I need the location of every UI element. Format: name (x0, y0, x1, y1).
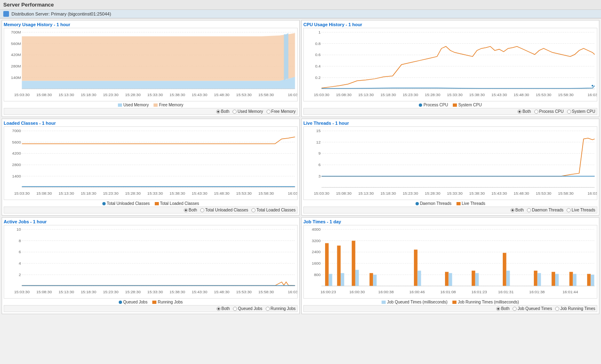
svg-text:0.2: 0.2 (315, 76, 321, 80)
classes-radio-both-circle[interactable] (184, 208, 188, 212)
svg-text:0.4: 0.4 (315, 64, 321, 68)
svg-text:15:43:30: 15:43:30 (491, 192, 507, 196)
legend-daemon-threads: Daemon Threads (416, 201, 452, 206)
activejobs-radio-running[interactable]: Running Jobs (266, 306, 296, 311)
jobtimes-radio-running-circle[interactable] (555, 307, 559, 311)
activejobs-radio-both[interactable]: Both (217, 306, 230, 311)
svg-text:15:03:30: 15:03:30 (14, 290, 29, 294)
legend-loaded-classes: Total Loaded Classes (155, 201, 199, 206)
radio-free-circle[interactable] (267, 110, 271, 114)
memory-radio-both[interactable]: Both (216, 109, 230, 114)
svg-text:15:18:30: 15:18:30 (81, 192, 96, 196)
memory-radio-used[interactable]: Used Memory (233, 109, 263, 114)
svg-text:15:23:30: 15:23:30 (402, 93, 418, 97)
jobtimes-legend: Job Queued Times (milliseconds) Job Runn… (303, 300, 597, 304)
activejobs-radio-queued-circle[interactable] (233, 307, 237, 311)
activejobs-panel: Active Jobs - 1 hour 10 8 6 4 2 15:0 (2, 217, 300, 314)
threads-radio-live-circle[interactable] (567, 208, 571, 212)
threads-legend: Daemon Threads Live Threads (303, 201, 597, 206)
jobtimes-radio-queued[interactable]: Job Queued Times (513, 306, 552, 311)
svg-text:3200: 3200 (312, 239, 321, 243)
svg-text:16:03: 16:03 (587, 192, 597, 196)
svg-text:15:28:30: 15:28:30 (125, 93, 141, 97)
svg-text:15:48:30: 15:48:30 (214, 192, 230, 196)
radio-used-circle[interactable] (233, 110, 237, 114)
legend-process-cpu: Process CPU (419, 103, 448, 107)
activejobs-radio-running-circle[interactable] (266, 307, 270, 311)
legend-job-running-times: Job Running Times (milliseconds) (452, 300, 519, 304)
svg-text:15:58:30: 15:58:30 (558, 93, 574, 97)
daemon-threads-color (416, 202, 419, 205)
classes-radio-unloaded-circle[interactable] (200, 208, 204, 212)
svg-text:15:53:30: 15:53:30 (236, 290, 252, 294)
cpu-radio-both[interactable]: Both (517, 109, 531, 114)
cpu-radio-process[interactable]: Process CPU (534, 109, 564, 114)
job-running-times-color (452, 301, 456, 304)
svg-rect-153 (475, 273, 479, 286)
classes-radio-loaded[interactable]: Total Loaded Classes (251, 208, 296, 212)
jobtimes-radio-bar: Both Job Queued Times Job Running Times (303, 305, 597, 312)
svg-text:15:48:30: 15:48:30 (514, 93, 529, 97)
memory-panel: Memory Usage History - 1 hour 700M 560M … (2, 20, 300, 117)
svg-text:4200: 4200 (12, 152, 21, 156)
cpu-radio-system-circle[interactable] (567, 110, 571, 114)
threads-radio-daemon-circle[interactable] (527, 208, 531, 212)
svg-text:15:43:30: 15:43:30 (491, 93, 507, 97)
svg-text:6: 6 (19, 250, 21, 254)
svg-rect-152 (472, 271, 475, 286)
svg-text:15:13:30: 15:13:30 (358, 192, 374, 196)
svg-rect-147 (373, 275, 377, 286)
svg-text:15:53:30: 15:53:30 (536, 192, 551, 196)
radio-both-circle[interactable] (216, 110, 220, 114)
threads-radio-both[interactable]: Both (511, 208, 524, 212)
jobtimes-title: Job Times - 1 day (303, 219, 597, 224)
threads-radio-both-circle[interactable] (511, 208, 515, 212)
cpu-radio-both-circle[interactable] (517, 110, 522, 114)
threads-radio-daemon[interactable]: Daemon Threads (527, 208, 563, 212)
svg-rect-154 (503, 253, 506, 286)
svg-text:15:48:30: 15:48:30 (214, 93, 230, 97)
svg-text:15:48:30: 15:48:30 (514, 192, 529, 196)
svg-rect-149 (418, 271, 421, 286)
svg-text:15:08:30: 15:08:30 (336, 93, 352, 97)
activejobs-radio-both-circle[interactable] (217, 307, 221, 311)
process-cpu-color (419, 103, 422, 107)
svg-text:15:23:30: 15:23:30 (402, 192, 418, 196)
legend-used-memory: Used Memory (118, 103, 149, 107)
svg-rect-157 (538, 273, 541, 286)
system-cpu-color (453, 103, 457, 107)
svg-rect-141 (329, 274, 332, 286)
memory-radio-free[interactable]: Free Memory (267, 109, 296, 114)
svg-text:15:03:30: 15:03:30 (14, 93, 29, 97)
svg-rect-150 (445, 272, 449, 286)
svg-text:140M: 140M (11, 76, 21, 80)
cpu-radio-process-circle[interactable] (534, 110, 538, 114)
svg-text:15:43:30: 15:43:30 (192, 192, 207, 196)
legend-free-memory: Free Memory (154, 103, 183, 107)
activejobs-radio-queued[interactable]: Queued Jobs (233, 306, 262, 311)
jobtimes-radio-both[interactable]: Both (496, 306, 510, 311)
classes-radio-unloaded[interactable]: Total Unloaded Classes (200, 208, 248, 212)
main-grid: Memory Usage History - 1 hour 700M 560M … (0, 18, 601, 316)
svg-marker-12 (22, 33, 295, 81)
svg-text:4: 4 (19, 261, 21, 265)
svg-text:9: 9 (319, 152, 321, 156)
classes-radio-loaded-circle[interactable] (251, 208, 255, 212)
jobtimes-radio-running[interactable]: Job Running Times (555, 306, 595, 311)
classes-radio-both[interactable]: Both (184, 208, 197, 212)
jobtimes-radio-queued-circle[interactable] (513, 307, 517, 311)
svg-text:15:53:30: 15:53:30 (236, 192, 252, 196)
svg-text:16:00:46: 16:00:46 (409, 290, 425, 294)
unloaded-classes-color (102, 202, 106, 205)
svg-text:2400: 2400 (312, 250, 321, 254)
legend-unloaded-classes: Total Unloaded Classes (102, 201, 150, 206)
threads-radio-live[interactable]: Live Threads (567, 208, 595, 212)
memory-radio-bar: Both Used Memory Free Memory (4, 108, 298, 115)
jobtimes-radio-both-circle[interactable] (496, 307, 500, 311)
server-bar: Distribution Server: Primary (bigcontins… (0, 10, 601, 18)
svg-text:16:00:38: 16:00:38 (378, 290, 394, 294)
svg-text:16:01:08: 16:01:08 (441, 290, 456, 294)
svg-text:3: 3 (319, 174, 321, 178)
cpu-radio-system[interactable]: System CPU (567, 109, 595, 114)
classes-chart: 7000 5600 4200 2800 1400 15:03:30 15:08:… (4, 126, 298, 200)
